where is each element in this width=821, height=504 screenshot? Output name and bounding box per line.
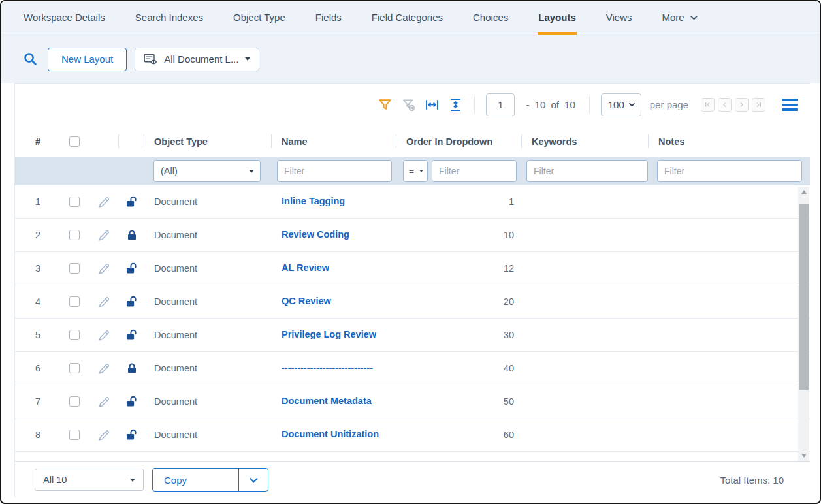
layout-name-link[interactable]: Document Metadata [282, 394, 372, 408]
lock-icon[interactable] [125, 262, 139, 276]
row-checkbox[interactable] [69, 430, 80, 440]
edit-pencil-icon[interactable] [97, 395, 111, 409]
lock-icon[interactable] [125, 428, 139, 442]
scroll-up-arrow[interactable] [798, 187, 809, 197]
row-number: 8 [24, 430, 60, 440]
chevron-down-icon [690, 15, 698, 20]
row-checkbox[interactable] [69, 296, 80, 307]
edit-pencil-icon[interactable] [97, 428, 111, 442]
tab-views[interactable]: Views [605, 1, 633, 35]
table-row: 8 Document Document [15, 418, 810, 452]
layout-name-link[interactable]: ----------------------------- [282, 361, 373, 375]
lock-open-icon [125, 328, 139, 342]
view-list-icon [144, 53, 157, 65]
page-size-select[interactable]: 100 [601, 93, 641, 116]
tab-fields[interactable]: Fields [315, 1, 342, 35]
column-header-notes[interactable]: Notes [649, 126, 797, 157]
row-number: 1 [24, 197, 60, 207]
edit-pencil-icon[interactable] [97, 328, 111, 342]
table-header-row: # Object Type Name Order In Dropdown Key… [15, 126, 810, 157]
layout-name-link[interactable]: QC Review [282, 294, 331, 308]
cell-order: 10 [396, 230, 522, 240]
notes-filter-input[interactable] [657, 160, 802, 182]
clear-filters-icon[interactable] [401, 97, 416, 112]
edit-pencil-icon[interactable] [97, 295, 111, 309]
order-filter-input[interactable] [432, 160, 517, 182]
lock-icon[interactable] [125, 362, 138, 375]
fit-column-width-icon[interactable] [425, 97, 440, 112]
caret-down-icon [245, 57, 250, 61]
tab-layouts[interactable]: Layouts [538, 1, 577, 35]
edit-pencil-icon[interactable] [97, 362, 111, 375]
layout-name-link[interactable]: Document Unitization [282, 428, 379, 441]
tab-choices[interactable]: Choices [472, 1, 509, 35]
layout-list-card: - 10 of 10 100 per page [14, 83, 810, 497]
row-checkbox[interactable] [69, 263, 80, 274]
tab-bar: Workspace Details Search Indexes Object … [1, 1, 820, 35]
toolbar-divider [589, 97, 590, 114]
previous-page-button[interactable] [718, 98, 732, 112]
object-type-filter-select[interactable]: (All) [153, 160, 261, 182]
row-number: 4 [24, 296, 60, 307]
first-page-button[interactable] [701, 98, 715, 112]
lock-closed-icon [125, 362, 138, 375]
mass-scope-select[interactable]: All 10 [35, 469, 144, 491]
copy-button[interactable]: Copy [153, 469, 238, 491]
mass-operations-bar: All 10 Copy Total Items: 10 [15, 461, 810, 498]
row-checkbox[interactable] [69, 230, 80, 240]
last-page-button[interactable] [752, 98, 765, 112]
lock-icon[interactable] [125, 195, 139, 209]
edit-pencil-icon[interactable] [97, 195, 111, 209]
row-number: 7 [24, 396, 60, 407]
tab-workspace-details[interactable]: Workspace Details [23, 1, 106, 35]
tab-object-type[interactable]: Object Type [233, 1, 286, 35]
lock-icon[interactable] [125, 295, 139, 309]
cell-object-type: Document [144, 230, 272, 240]
column-header-lock [119, 126, 144, 157]
tab-more[interactable]: More [662, 1, 699, 35]
fit-row-height-icon[interactable] [448, 97, 463, 112]
caret-down-icon [130, 479, 135, 482]
row-checkbox[interactable] [69, 197, 80, 207]
row-checkbox[interactable] [69, 363, 80, 373]
edit-pencil-icon[interactable] [97, 228, 111, 242]
tab-search-indexes[interactable]: Search Indexes [135, 1, 204, 35]
lock-icon[interactable] [125, 228, 138, 242]
lock-icon[interactable] [125, 395, 139, 409]
toolbar-divider [474, 97, 475, 114]
name-filter-input[interactable] [277, 160, 392, 182]
tab-field-categories[interactable]: Field Categories [371, 1, 443, 35]
layout-name-link[interactable]: Inline Tagging [282, 195, 345, 208]
grid-menu-icon[interactable] [782, 99, 798, 111]
row-checkbox[interactable] [69, 330, 80, 340]
column-header-name[interactable]: Name [272, 126, 396, 157]
next-page-button[interactable] [735, 98, 749, 112]
scrollbar-thumb[interactable] [799, 204, 809, 390]
layout-name-link[interactable]: AL Review [282, 261, 329, 275]
keywords-filter-input[interactable] [526, 160, 648, 182]
column-header-keywords[interactable]: Keywords [522, 126, 649, 157]
search-icon[interactable] [23, 52, 38, 67]
column-header-order[interactable]: Order In Dropdown [396, 126, 522, 157]
cell-object-type: Document [144, 296, 272, 307]
page-number-input[interactable] [486, 93, 515, 116]
caret-down-icon [249, 170, 254, 173]
column-header-object-type[interactable]: Object Type [144, 126, 272, 157]
filter-toggle-icon[interactable] [378, 97, 393, 112]
cell-order: 40 [396, 363, 522, 373]
edit-pencil-icon[interactable] [97, 262, 111, 276]
row-number: 3 [24, 263, 60, 274]
layout-name-link[interactable]: Review Coding [282, 228, 349, 242]
vertical-scrollbar[interactable] [798, 187, 809, 461]
page-range-text: - 10 of 10 [526, 99, 575, 110]
select-all-checkbox[interactable] [69, 136, 80, 147]
cell-order: 12 [396, 263, 522, 274]
order-operator-select[interactable]: = [403, 160, 428, 182]
scroll-down-arrow[interactable] [798, 450, 809, 461]
row-checkbox[interactable] [69, 396, 80, 407]
new-layout-button[interactable]: New Layout [48, 48, 127, 71]
view-selector-dropdown[interactable]: All Document L... [135, 48, 259, 71]
lock-icon[interactable] [125, 328, 139, 342]
layout-name-link[interactable]: Privilege Log Review [282, 328, 376, 341]
copy-dropdown-chevron[interactable] [238, 469, 268, 491]
